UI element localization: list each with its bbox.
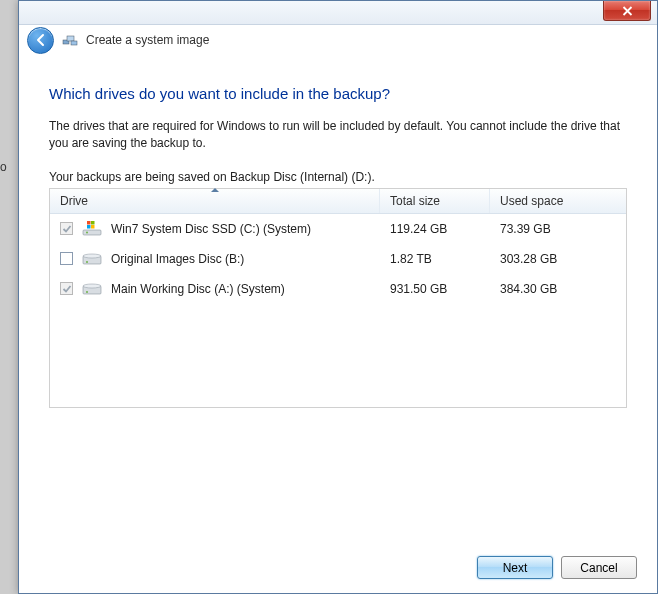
column-label: Used space — [500, 194, 563, 208]
cell-used-space: 303.28 GB — [500, 252, 616, 266]
content-area: Which drives do you want to include in t… — [19, 55, 657, 408]
backup-destination-text: Your backups are being saved on Backup D… — [49, 170, 627, 184]
svg-rect-5 — [87, 221, 91, 225]
cell-drive: Main Working Disc (A:) (System) — [60, 280, 390, 298]
cell-used-space: 384.30 GB — [500, 282, 616, 296]
svg-rect-7 — [87, 225, 91, 229]
svg-point-14 — [86, 291, 88, 293]
drive-icon — [81, 280, 103, 298]
svg-rect-1 — [67, 36, 74, 41]
svg-point-13 — [83, 284, 101, 288]
drive-checkbox — [60, 222, 73, 235]
sort-asc-icon — [211, 188, 219, 192]
next-button[interactable]: Next — [477, 556, 553, 579]
drive-icon — [81, 220, 103, 238]
drive-icon — [81, 250, 103, 268]
back-button[interactable] — [27, 27, 54, 54]
svg-rect-8 — [91, 225, 95, 229]
table-row[interactable]: Main Working Disc (A:) (System)931.50 GB… — [50, 274, 626, 304]
cell-total-size: 1.82 TB — [390, 252, 500, 266]
table-row[interactable]: Win7 System Disc SSD (C:) (System)119.24… — [50, 214, 626, 244]
drive-table: Drive Total size Used space Win7 System … — [49, 188, 627, 408]
close-icon — [622, 6, 633, 16]
header-row: Create a system image — [19, 25, 657, 55]
cell-total-size: 931.50 GB — [390, 282, 500, 296]
drive-name: Original Images Disc (B:) — [111, 252, 244, 266]
drive-checkbox — [60, 282, 73, 295]
table-body: Win7 System Disc SSD (C:) (System)119.24… — [50, 214, 626, 304]
column-header-used[interactable]: Used space — [490, 189, 626, 213]
svg-rect-3 — [83, 230, 101, 235]
svg-point-4 — [86, 231, 88, 233]
button-label: Next — [503, 561, 528, 575]
cell-drive: Original Images Disc (B:) — [60, 250, 390, 268]
column-header-drive[interactable]: Drive — [50, 189, 380, 213]
column-label: Drive — [60, 194, 88, 208]
window-title: Create a system image — [86, 33, 209, 47]
svg-point-11 — [86, 261, 88, 263]
svg-rect-2 — [71, 41, 77, 45]
svg-rect-6 — [91, 221, 95, 225]
drive-name: Win7 System Disc SSD (C:) (System) — [111, 222, 311, 236]
svg-point-10 — [83, 254, 101, 258]
table-row[interactable]: Original Images Disc (B:)1.82 TB303.28 G… — [50, 244, 626, 274]
cell-total-size: 119.24 GB — [390, 222, 500, 236]
titlebar — [19, 1, 657, 25]
system-image-icon — [62, 32, 78, 48]
column-label: Total size — [390, 194, 440, 208]
wizard-footer: Next Cancel — [477, 556, 637, 579]
cell-used-space: 73.39 GB — [500, 222, 616, 236]
cancel-button[interactable]: Cancel — [561, 556, 637, 579]
close-button[interactable] — [603, 1, 651, 21]
column-header-total[interactable]: Total size — [380, 189, 490, 213]
page-heading: Which drives do you want to include in t… — [49, 85, 627, 102]
cell-drive: Win7 System Disc SSD (C:) (System) — [60, 220, 390, 238]
button-label: Cancel — [580, 561, 617, 575]
off-window-fragment: o — [0, 160, 7, 174]
arrow-left-icon — [34, 33, 48, 47]
wizard-window: Create a system image Which drives do yo… — [18, 0, 658, 594]
drive-name: Main Working Disc (A:) (System) — [111, 282, 285, 296]
page-description: The drives that are required for Windows… — [49, 118, 627, 152]
table-header: Drive Total size Used space — [50, 189, 626, 214]
drive-checkbox[interactable] — [60, 252, 73, 265]
